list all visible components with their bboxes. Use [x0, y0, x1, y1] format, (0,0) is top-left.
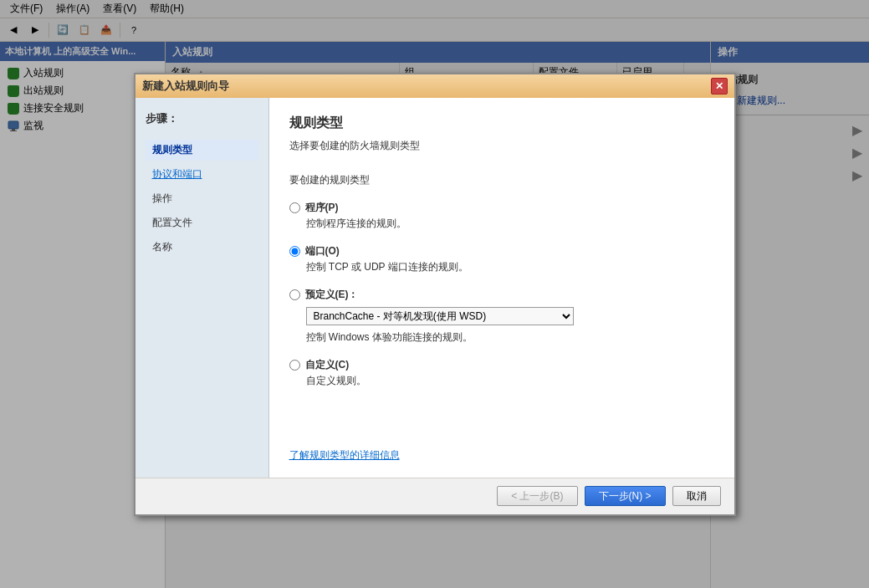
option-program: 程序(P) 控制程序连接的规则。 — [289, 201, 714, 231]
radio-program-label: 程序(P) — [305, 201, 339, 215]
steps-panel: 步骤： 规则类型 协议和端口 操作 配置文件 名称 — [135, 98, 269, 479]
radio-custom-desc: 自定义规则。 — [306, 374, 714, 388]
radio-port-desc: 控制 TCP 或 UDP 端口连接的规则。 — [306, 260, 714, 274]
step-profile-label: 配置文件 — [152, 217, 192, 228]
radio-predefined-desc: 控制 Windows 体验功能连接的规则。 — [306, 330, 714, 345]
step-action[interactable]: 操作 — [146, 188, 258, 209]
option-program-row: 程序(P) — [289, 201, 714, 215]
back-button[interactable]: < 上一步(B) — [497, 486, 577, 506]
dialog-body: 步骤： 规则类型 协议和端口 操作 配置文件 名称 — [135, 98, 734, 479]
content-title: 规则类型 — [289, 115, 714, 132]
option-custom-row: 自定义(C) — [289, 358, 714, 372]
step-protocol-label: 协议和端口 — [152, 168, 202, 180]
option-custom: 自定义(C) 自定义规则。 — [289, 358, 714, 388]
step-name-label: 名称 — [152, 241, 172, 253]
steps-title: 步骤： — [146, 111, 258, 126]
step-profile[interactable]: 配置文件 — [146, 212, 258, 233]
new-rule-dialog: 新建入站规则向导 ✕ 步骤： 规则类型 协议和端口 操作 — [134, 73, 736, 516]
radio-predefined-label: 预定义(E)： — [305, 288, 359, 302]
radio-port[interactable] — [289, 246, 300, 257]
step-protocol-port[interactable]: 协议和端口 — [146, 164, 258, 185]
content-subtitle: 选择要创建的防火墙规则类型 — [289, 139, 714, 153]
radio-program[interactable] — [289, 202, 300, 213]
radio-program-desc: 控制程序连接的规则。 — [306, 217, 714, 231]
option-predefined-row: 预定义(E)： — [289, 288, 714, 302]
radio-custom[interactable] — [289, 360, 300, 371]
dialog-close-button[interactable]: ✕ — [711, 78, 728, 95]
step-name[interactable]: 名称 — [146, 237, 258, 258]
radio-custom-label: 自定义(C) — [305, 358, 350, 372]
radio-predefined[interactable] — [289, 289, 300, 300]
dialog-overlay: 新建入站规则向导 ✕ 步骤： 规则类型 协议和端口 操作 — [0, 0, 869, 588]
radio-group: 程序(P) 控制程序连接的规则。 端口(O) 控制 TCP 或 UDP 端口连接… — [289, 201, 714, 388]
preset-select[interactable]: BranchCache - 对等机发现(使用 WSD) — [306, 307, 574, 325]
preset-select-row: BranchCache - 对等机发现(使用 WSD) — [306, 307, 714, 325]
main-window: 文件(F) 操作(A) 查看(V) 帮助(H) ◀ ▶ 🔄 📋 📤 ? 本地计算… — [0, 0, 869, 588]
radio-port-label: 端口(O) — [305, 244, 340, 258]
option-port: 端口(O) 控制 TCP 或 UDP 端口连接的规则。 — [289, 244, 714, 274]
rule-type-prompt: 要创建的规则类型 — [289, 173, 714, 187]
option-predefined: 预定义(E)： BranchCache - 对等机发现(使用 WSD) 控制 W… — [289, 288, 714, 345]
dialog-footer: < 上一步(B) 下一步(N) > 取消 — [135, 478, 734, 514]
option-port-row: 端口(O) — [289, 244, 714, 258]
step-action-label: 操作 — [152, 192, 172, 204]
dialog-titlebar: 新建入站规则向导 ✕ — [135, 74, 734, 98]
cancel-button[interactable]: 取消 — [672, 486, 721, 506]
help-link[interactable]: 了解规则类型的详细信息 — [289, 448, 400, 463]
help-link-container: 了解规则类型的详细信息 — [289, 422, 714, 463]
dialog-content-panel: 规则类型 选择要创建的防火墙规则类型 要创建的规则类型 程序(P) 控制程序连接… — [269, 98, 734, 479]
dialog-title: 新建入站规则向导 — [142, 79, 229, 94]
next-button[interactable]: 下一步(N) > — [585, 486, 666, 506]
step-rule-type[interactable]: 规则类型 — [146, 140, 258, 161]
step-rule-type-label: 规则类型 — [152, 144, 192, 156]
